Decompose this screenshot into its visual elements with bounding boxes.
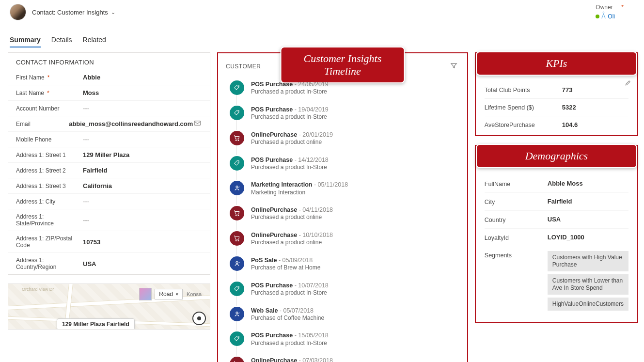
field-label: Address 1: State/Province	[16, 213, 79, 227]
demo-value: USA	[548, 216, 628, 223]
tab-related[interactable]: Related	[83, 36, 106, 47]
timeline-title: Marketing Interaction	[251, 181, 312, 188]
map-layer-button[interactable]	[139, 288, 152, 300]
tab-summary[interactable]: Summary	[10, 36, 41, 47]
field-label: Address 1: Country/Region	[16, 257, 79, 270]
demo-row[interactable]: CityFairfield	[485, 193, 628, 211]
filter-icon[interactable]	[450, 62, 457, 71]
contact-field[interactable]: Emailabbie_moss@collinsreedandhoward.com	[8, 116, 210, 132]
contact-field[interactable]: Address 1: Country/RegionUSA	[8, 253, 210, 274]
tab-details[interactable]: Details	[51, 36, 72, 47]
field-label: Address 1: ZIP/Postal Code	[16, 235, 79, 249]
kpi-label: Total Club Points	[485, 87, 562, 94]
field-value: ---	[79, 198, 202, 205]
field-value: ---	[79, 136, 202, 143]
field-value: ---	[79, 105, 202, 112]
contact-field[interactable]: Address 1: ZIP/Postal Code10753	[8, 231, 210, 253]
contact-field[interactable]: Address 1: Street 1129 Miller Plaza	[8, 147, 210, 163]
timeline-item[interactable]: OnlinePurchase - 04/11/2018Purchased a p…	[230, 201, 457, 226]
form-selector[interactable]: Contact: Customer Insights ⌄	[32, 9, 115, 16]
timeline-item[interactable]: PoS Sale - 05/09/2018Purchase of Brew at…	[230, 252, 457, 277]
timeline-date: - 05/07/2018	[278, 307, 314, 314]
timeline-item[interactable]: POS Purchase - 10/07/2018Purchased a pro…	[230, 277, 457, 302]
owner-name: Oli	[608, 13, 615, 20]
timeline-title: OnlinePurchase	[251, 131, 297, 138]
timeline-date: - 19/04/2019	[293, 106, 329, 113]
timeline-desc: Purchase of Brew at Home	[251, 264, 320, 272]
demo-row[interactable]: FullNameAbbie Moss	[485, 175, 628, 193]
timeline-title: Web Sale	[251, 307, 278, 314]
map-panel[interactable]: Orchard View Dr Road ▾ 129 Miller Plaza …	[8, 283, 210, 330]
timeline-item[interactable]: Web Sale - 05/07/2018Purchase of Coffee …	[230, 302, 457, 327]
timeline-desc: Purchased a product In-Store	[251, 88, 329, 96]
timeline-desc: Purchased a product In-Store	[251, 113, 329, 121]
contact-field[interactable]: Address 1: Street 2Fairfield	[8, 163, 210, 178]
kpi-value: 773	[562, 86, 573, 94]
segments-label: Segments	[485, 251, 548, 259]
required-marker: *	[47, 90, 49, 96]
segment-chip[interactable]: Customers with Lower than Ave In Store S…	[548, 274, 628, 295]
map-locate-button[interactable]	[192, 312, 206, 325]
field-value: 129 Miller Plaza	[79, 151, 202, 158]
field-label: First Name*	[16, 74, 79, 81]
timeline-item[interactable]: OnlinePurchase - 10/10/2018Purchased a p…	[230, 226, 457, 252]
timeline-date: - 15/05/2018	[293, 332, 329, 339]
map-view-selector[interactable]: Road ▾	[155, 289, 183, 299]
presence-dot-icon	[596, 15, 599, 18]
timeline-item[interactable]: OnlinePurchase - 20/01/2019Purchased a p…	[230, 126, 457, 151]
timeline-desc: Purchased a product online	[251, 139, 333, 146]
teal-tag-icon	[230, 106, 244, 120]
timeline-item[interactable]: OnlinePurchase - 07/03/2018Purchased a p…	[230, 352, 457, 362]
timeline-title: POS Purchase	[251, 332, 293, 339]
timeline-item[interactable]: POS Purchase - 15/05/2018Purchased a pro…	[230, 327, 457, 352]
contact-field[interactable]: First Name*Abbie	[8, 70, 210, 85]
contact-field[interactable]: Address 1: City---	[8, 194, 210, 209]
owner-field[interactable]: Owner * ᐰ Oli	[596, 4, 615, 20]
kpi-label: Lifetime Spend ($)	[485, 104, 562, 111]
kpi-row[interactable]: Lifetime Spend ($)5322	[485, 99, 628, 116]
field-label: Account Number	[16, 105, 79, 112]
contact-field[interactable]: Last Name*Moss	[8, 85, 210, 101]
timeline-item[interactable]: Marketing Interaction - 05/11/2018Market…	[230, 176, 457, 201]
kpi-row[interactable]: AveStorePurchase104.6	[485, 116, 628, 133]
field-value: 10753	[79, 238, 202, 246]
field-value: USA	[79, 260, 202, 268]
field-value: Moss	[79, 89, 202, 96]
timeline-date: - 10/10/2018	[297, 232, 333, 238]
field-label: Address 1: Street 3	[16, 183, 79, 189]
timeline-item[interactable]: POS Purchase - 14/12/2018Purchased a pro…	[230, 151, 457, 176]
timeline-title: POS Purchase	[251, 157, 293, 163]
contact-field[interactable]: Address 1: Street 3California	[8, 178, 210, 194]
segment-chip[interactable]: Customers with High Value Purchase	[548, 251, 628, 271]
kpi-row[interactable]: Total Club Points773	[485, 81, 628, 99]
mail-icon[interactable]	[193, 120, 202, 127]
field-value: ---	[79, 217, 202, 224]
contact-field[interactable]: Account Number---	[8, 101, 210, 116]
timeline-date: - 07/03/2018	[297, 357, 333, 362]
map-search-input[interactable]	[186, 291, 206, 298]
kpi-value: 5322	[562, 104, 576, 111]
navy-person-icon	[230, 181, 244, 195]
required-marker: *	[47, 74, 50, 81]
map-view-label: Road	[159, 291, 173, 298]
contact-field[interactable]: Address 1: State/Province---	[8, 209, 210, 231]
edit-icon[interactable]	[625, 79, 631, 88]
demo-row[interactable]: CountryUSA	[485, 211, 628, 229]
timeline-desc: Purchased a product online	[251, 239, 333, 247]
svg-rect-0	[194, 121, 201, 126]
timeline-desc: Purchased a product online	[251, 214, 333, 221]
timeline-title: OnlinePurchase	[251, 232, 297, 238]
contact-field[interactable]: Mobile Phone---	[8, 132, 210, 147]
contact-avatar[interactable]	[10, 4, 26, 20]
demo-label: Country	[485, 216, 548, 223]
timeline-date: - 20/01/2019	[297, 131, 333, 138]
owner-label: Owner	[596, 4, 613, 11]
field-label: Address 1: Street 1	[16, 152, 79, 158]
demo-row[interactable]: LoyaltyIdLOYID_1000	[485, 229, 628, 246]
timeline-desc: Purchased a product In-Store	[251, 340, 329, 347]
timeline-item[interactable]: POS Purchase - 19/04/2019Purchased a pro…	[230, 101, 457, 126]
segment-chip[interactable]: HighValueOnlineCustomers	[548, 298, 628, 311]
navy-person-icon	[230, 256, 244, 271]
timeline-item[interactable]: POS Purchase - 24/05/2019Purchased a pro…	[230, 76, 457, 101]
timeline-desc: Purchased a product In-Store	[251, 164, 329, 172]
